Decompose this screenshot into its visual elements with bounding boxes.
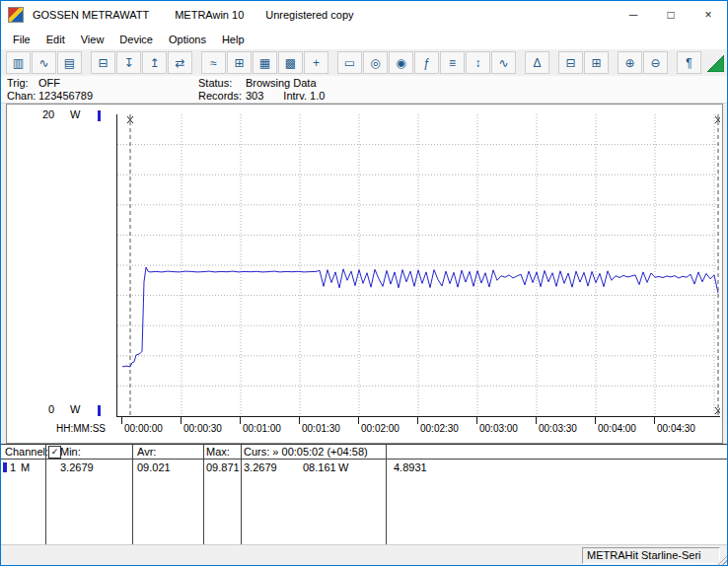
fx-icon[interactable]: ƒ bbox=[414, 51, 439, 74]
trig-value: OFF bbox=[38, 77, 60, 89]
table-view-icon[interactable]: ▦ bbox=[253, 51, 277, 74]
toolbar-group: Δ bbox=[525, 51, 550, 74]
print-list-icon[interactable]: ⊞ bbox=[584, 51, 609, 74]
x-axis-tick bbox=[299, 416, 300, 424]
zoom-in-time-icon[interactable]: ⊕ bbox=[618, 51, 642, 74]
print-form-icon[interactable]: ⊟ bbox=[91, 51, 115, 74]
value-avr: 09.021 bbox=[137, 461, 171, 473]
envelope-icon[interactable]: ∿ bbox=[491, 51, 516, 74]
value-cursor-a: 3.2679 bbox=[244, 461, 277, 473]
window-controls: ─ □ × bbox=[615, 1, 727, 29]
toolbar-group: ▭◎◉ƒ≡↕∿ bbox=[337, 51, 517, 74]
export-icon[interactable]: ↧ bbox=[116, 51, 141, 74]
import-icon[interactable]: ↥ bbox=[142, 51, 167, 74]
memory-icon[interactable]: ≡ bbox=[440, 51, 465, 74]
comment-icon[interactable]: ¶ bbox=[677, 51, 701, 74]
col-header-avr: Avr: bbox=[137, 446, 156, 458]
x-axis-tick-label: 00:01:00 bbox=[243, 423, 281, 434]
toolbar: ▥∿▤⊟↧↥⇄≈⊞▦▩+▭◎◉ƒ≡↕∿Δ⊟⊞⊕⊖¶ bbox=[1, 49, 727, 77]
data-trace bbox=[122, 267, 718, 367]
records-status: Records:303Intrv. 1.0 bbox=[198, 90, 325, 103]
menu-item-options[interactable]: Options bbox=[161, 31, 214, 48]
toolbar-group: ▥∿▤ bbox=[6, 51, 83, 74]
x-axis-tick bbox=[358, 416, 359, 424]
col-header-channel: Channel: bbox=[5, 446, 48, 458]
app-status: Status:Browsing Data bbox=[198, 77, 325, 90]
chan-label: Chan: bbox=[7, 90, 38, 103]
zoom-window-icon[interactable]: ⊞ bbox=[227, 51, 252, 74]
x-axis-tick bbox=[476, 416, 477, 424]
x-axis-tick-label: 00:03:00 bbox=[479, 423, 518, 434]
menu-item-device[interactable]: Device bbox=[111, 31, 161, 48]
x-axis-tick-label: 00:01:30 bbox=[302, 423, 340, 434]
x-axis-tick bbox=[121, 416, 122, 424]
channel-mode: M bbox=[21, 461, 30, 473]
col-header-min: Min: bbox=[60, 446, 81, 458]
multi-curve-icon[interactable]: ≈ bbox=[201, 51, 226, 74]
toolbar-group: ⊕⊖ bbox=[618, 51, 669, 74]
menu-item-help[interactable]: Help bbox=[214, 31, 253, 48]
title-license: Unregistered copy bbox=[265, 9, 353, 21]
device-field: METRAHit Starline-Seri bbox=[582, 547, 720, 564]
chart-plot[interactable] bbox=[116, 114, 720, 417]
matrix-view-icon[interactable]: ▩ bbox=[278, 51, 303, 74]
trig-label: Trig: bbox=[7, 77, 38, 90]
toolbar-group: ⊟⊞ bbox=[558, 51, 610, 74]
trigger-bell-icon[interactable]: Δ bbox=[525, 51, 549, 74]
minimize-button[interactable]: ─ bbox=[615, 1, 652, 29]
status-panel: Trig:OFF Chan:123456789 Status:Browsing … bbox=[1, 76, 727, 104]
meter-icon[interactable]: ◉ bbox=[389, 51, 413, 74]
table-column-divider bbox=[132, 445, 133, 544]
minmax-icon[interactable]: ↕ bbox=[466, 51, 490, 74]
table-header-divider bbox=[1, 459, 728, 460]
value-max: 09.871 bbox=[206, 461, 240, 473]
title-brand: GOSSEN METRAWATT bbox=[33, 9, 149, 21]
status-label: Status: bbox=[198, 77, 246, 90]
y-axis-max-label: 20 bbox=[42, 108, 54, 120]
trig-status: Trig:OFF bbox=[7, 77, 93, 90]
value-cursor-b: 08.161 bbox=[303, 461, 336, 473]
menu-item-file[interactable]: File bbox=[5, 31, 38, 48]
table-column-divider bbox=[386, 445, 387, 544]
channel-table: Channel: ✓ Min: Avr: Max: Curs: » 00:05:… bbox=[1, 444, 728, 544]
maximize-button[interactable]: □ bbox=[652, 1, 690, 29]
status-bar: METRAHit Starline-Seri bbox=[1, 544, 727, 566]
x-axis-tick-label: 00:02:30 bbox=[420, 423, 459, 434]
y-axis-min-label: 0 bbox=[48, 403, 54, 415]
save-icon[interactable]: ▥ bbox=[6, 51, 31, 74]
records-label: Records: bbox=[198, 90, 246, 103]
print-graph-icon[interactable]: ⊟ bbox=[558, 51, 583, 74]
chart-svg bbox=[117, 114, 720, 416]
menu-item-edit[interactable]: Edit bbox=[38, 31, 73, 48]
analog-display-icon[interactable]: ◎ bbox=[363, 51, 388, 74]
curve-file-icon[interactable]: ∿ bbox=[32, 51, 56, 74]
menu-bar: FileEditViewDeviceOptionsHelp bbox=[1, 29, 727, 49]
x-axis-title: HH:MM:SS bbox=[56, 423, 106, 434]
transfer-icon[interactable]: ⇄ bbox=[168, 51, 192, 74]
menu-item-view[interactable]: View bbox=[73, 31, 112, 48]
channel-number: 1 bbox=[10, 461, 16, 473]
open-icon[interactable]: ▤ bbox=[57, 51, 82, 74]
cursor-icon[interactable]: + bbox=[304, 51, 328, 74]
title-bar[interactable]: GOSSEN METRAWATT METRAwin 10 Unregistere… bbox=[1, 1, 727, 29]
x-axis-tick bbox=[536, 416, 537, 424]
channel-color-marker-bottom bbox=[98, 405, 101, 416]
interval-value: 1.0 bbox=[310, 90, 325, 102]
value-delta: 4.8931 bbox=[394, 461, 427, 473]
x-axis-tick-label: 00:02:00 bbox=[361, 423, 400, 434]
checkmark-icon: ✓ bbox=[51, 447, 59, 457]
title-app: METRAwin 10 bbox=[175, 9, 244, 21]
x-axis-tick-label: 00:00:30 bbox=[183, 423, 222, 434]
zoom-out-time-icon[interactable]: ⊖ bbox=[643, 51, 668, 74]
records-value: 303 bbox=[246, 90, 263, 102]
close-button[interactable]: × bbox=[690, 1, 727, 29]
x-axis-tick-label: 00:03:30 bbox=[539, 423, 577, 434]
toolbar-group: ⊟↧↥⇄ bbox=[91, 51, 193, 74]
chart-area: 20 W 0 W HH:MM:SS 00:00:0000:00:3000:01:… bbox=[6, 104, 723, 444]
table-column-divider bbox=[45, 445, 46, 544]
digital-display-icon[interactable]: ▭ bbox=[337, 51, 362, 74]
y-axis-unit-top: W bbox=[70, 108, 80, 120]
table-column-divider bbox=[241, 445, 242, 544]
x-axis-tick bbox=[240, 416, 241, 424]
channel-color-marker-top bbox=[98, 110, 101, 121]
